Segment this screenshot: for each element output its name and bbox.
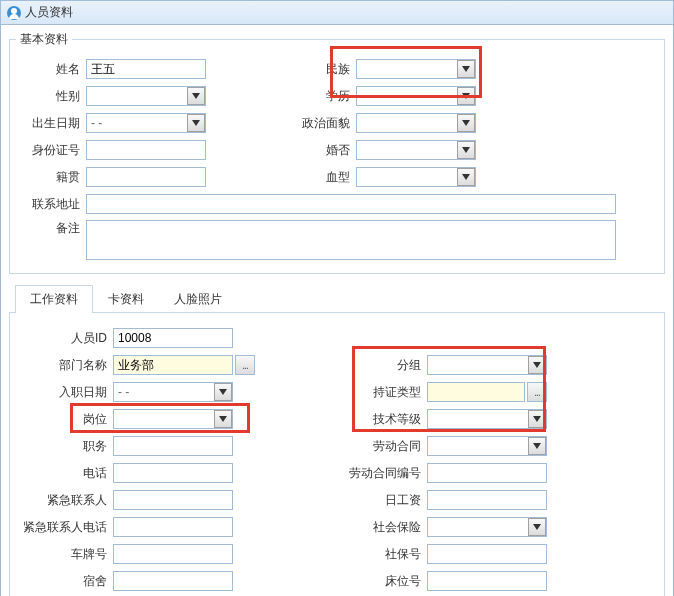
chevron-down-icon[interactable]: [457, 168, 475, 186]
nation-label: 民族: [296, 61, 356, 78]
gender-combo[interactable]: [86, 86, 206, 106]
name-input[interactable]: [86, 59, 206, 79]
chevron-down-icon[interactable]: [214, 410, 232, 428]
address-input[interactable]: [86, 194, 616, 214]
chevron-down-icon[interactable]: [214, 383, 232, 401]
emergency-phone-input[interactable]: [113, 517, 233, 537]
day-wage-input[interactable]: [427, 490, 547, 510]
birth-datebox[interactable]: - -: [86, 113, 206, 133]
chevron-down-icon[interactable]: [528, 437, 546, 455]
chevron-down-icon[interactable]: [187, 114, 205, 132]
post-label: 岗位: [18, 411, 113, 428]
native-input[interactable]: [86, 167, 206, 187]
person-id-input[interactable]: [113, 328, 233, 348]
tab-work[interactable]: 工作资料: [15, 285, 93, 313]
labor-contract-combo[interactable]: [427, 436, 547, 456]
duty-label: 职务: [18, 438, 113, 455]
remark-label: 备注: [16, 220, 86, 237]
day-wage-label: 日工资: [347, 492, 427, 509]
duty-input[interactable]: [113, 436, 233, 456]
politics-combo[interactable]: [356, 113, 476, 133]
phone-input[interactable]: [113, 463, 233, 483]
chevron-down-icon[interactable]: [187, 87, 205, 105]
tab-card[interactable]: 卡资料: [93, 285, 159, 313]
nation-combo[interactable]: [356, 59, 476, 79]
social-insurance-label: 社会保险: [347, 519, 427, 536]
chevron-down-icon[interactable]: [457, 141, 475, 159]
group-combo[interactable]: [427, 355, 547, 375]
dept-input[interactable]: [113, 355, 233, 375]
personnel-window: 人员资料 基本资料 姓名 民族 性别: [0, 0, 674, 596]
name-label: 姓名: [16, 61, 86, 78]
cert-type-label: 持证类型: [347, 384, 427, 401]
dorm-label: 宿舍: [18, 573, 113, 590]
politics-label: 政治面貌: [296, 115, 356, 132]
idcard-input[interactable]: [86, 140, 206, 160]
bed-label: 床位号: [347, 573, 427, 590]
entry-date-value: - -: [114, 385, 214, 399]
chevron-down-icon[interactable]: [457, 114, 475, 132]
chevron-down-icon[interactable]: [457, 60, 475, 78]
cert-type-lookup: ...: [427, 382, 547, 402]
basic-info-fieldset: 基本资料 姓名 民族 性别 学历: [9, 31, 665, 274]
address-label: 联系地址: [16, 196, 86, 213]
education-label: 学历: [296, 88, 356, 105]
labor-contract-no-label: 劳动合同编号: [347, 465, 427, 482]
ellipsis-icon[interactable]: ...: [235, 355, 255, 375]
ellipsis-icon[interactable]: ...: [527, 382, 547, 402]
social-insurance-combo[interactable]: [427, 517, 547, 537]
chevron-down-icon[interactable]: [457, 87, 475, 105]
tab-work-body: 人员ID 部门名称 ... 分组 入职日期 - -: [9, 313, 665, 596]
remark-textarea[interactable]: [86, 220, 616, 260]
group-label: 分组: [347, 357, 427, 374]
social-no-input[interactable]: [427, 544, 547, 564]
blood-combo[interactable]: [356, 167, 476, 187]
tab-face[interactable]: 人脸照片: [159, 285, 237, 313]
bed-input[interactable]: [427, 571, 547, 591]
labor-contract-label: 劳动合同: [347, 438, 427, 455]
phone-label: 电话: [18, 465, 113, 482]
post-combo[interactable]: [113, 409, 233, 429]
native-label: 籍贯: [16, 169, 86, 186]
car-no-input[interactable]: [113, 544, 233, 564]
person-icon: [7, 6, 21, 20]
tech-level-combo[interactable]: [427, 409, 547, 429]
idcard-label: 身份证号: [16, 142, 86, 159]
person-id-label: 人员ID: [18, 330, 113, 347]
emergency-contact-label: 紧急联系人: [18, 492, 113, 509]
emergency-phone-label: 紧急联系人电话: [18, 519, 113, 536]
gender-label: 性别: [16, 88, 86, 105]
chevron-down-icon[interactable]: [528, 518, 546, 536]
blood-label: 血型: [296, 169, 356, 186]
social-no-label: 社保号: [347, 546, 427, 563]
dorm-input[interactable]: [113, 571, 233, 591]
emergency-contact-input[interactable]: [113, 490, 233, 510]
entry-date-datebox[interactable]: - -: [113, 382, 233, 402]
birth-value: - -: [87, 116, 187, 130]
marriage-label: 婚否: [296, 142, 356, 159]
dept-label: 部门名称: [18, 357, 113, 374]
tabs: 工作资料 卡资料 人脸照片: [9, 284, 665, 313]
tech-level-label: 技术等级: [347, 411, 427, 428]
birth-label: 出生日期: [16, 115, 86, 132]
car-no-label: 车牌号: [18, 546, 113, 563]
basic-legend: 基本资料: [16, 31, 72, 48]
labor-contract-no-input[interactable]: [427, 463, 547, 483]
dept-lookup: ...: [113, 355, 255, 375]
chevron-down-icon[interactable]: [528, 410, 546, 428]
education-combo[interactable]: [356, 86, 476, 106]
chevron-down-icon[interactable]: [528, 356, 546, 374]
cert-type-input[interactable]: [427, 382, 525, 402]
window-title: 人员资料: [25, 4, 73, 21]
titlebar: 人员资料: [1, 1, 673, 25]
entry-date-label: 入职日期: [18, 384, 113, 401]
marriage-combo[interactable]: [356, 140, 476, 160]
